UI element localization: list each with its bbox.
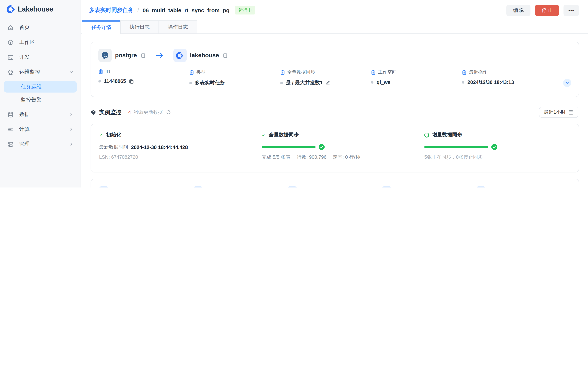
sidebar-item-monitor-alerts[interactable]: 监控告警 <box>4 94 77 106</box>
connection-row: postgre lakehouse <box>98 49 571 62</box>
instance-monitor-header: 实例监控 4 秒后更新数据 最近1小时 <box>91 107 578 118</box>
metric-chip <box>288 186 297 188</box>
progress-bar <box>424 146 488 148</box>
chevron-right-icon <box>69 127 73 131</box>
clipboard-icon <box>280 70 285 75</box>
sidebar-item-label: 工作区 <box>19 39 35 46</box>
bullet-dot <box>98 80 101 83</box>
copy-source-name-icon[interactable] <box>140 52 146 58</box>
edit-concurrency-icon[interactable] <box>326 80 331 86</box>
lakehouse-logo-icon <box>7 5 15 13</box>
sidebar-item-label: 任务运维 <box>21 83 42 90</box>
chevron-right-icon <box>69 142 73 146</box>
sidebar-item-label: 管理 <box>19 141 30 148</box>
refresh-countdown: 4 <box>128 109 131 115</box>
tag-icon <box>91 110 96 115</box>
progress-bar <box>262 146 315 148</box>
sidebar-item-label: 首页 <box>19 24 30 31</box>
field-workspace: 工作空间 ql_ws <box>371 69 462 86</box>
task-info-card: postgre lakehouse <box>91 42 579 97</box>
stage-init: ✓ 初始化 最新数据时间 2024-12-30 18:44:44.428 LSN… <box>99 132 245 165</box>
server-icon <box>7 141 14 147</box>
edit-button[interactable]: 编辑 <box>506 5 531 16</box>
field-type: 类型 多表实时任务 <box>189 69 280 86</box>
metric-failover: Failover次数 0次 查看明细 <box>476 186 571 188</box>
time-range-button[interactable]: 最近1小时 <box>539 107 578 118</box>
tab-task-detail[interactable]: 任务详情 <box>82 21 121 34</box>
stage-title: 全量数据同步 <box>269 132 299 138</box>
bullet-dot <box>462 81 464 84</box>
cube-icon <box>7 39 14 45</box>
sidebar-item-dev[interactable]: 开发 <box>0 50 81 65</box>
metric-avg-write-rate: 增量平均写入速率 15行/秒 0 Byte <box>382 186 476 188</box>
sidebar-item-admin[interactable]: 管理 <box>0 137 81 152</box>
expand-history-button[interactable] <box>563 79 571 87</box>
metric-incr-read: 增量读取数据 1.2万行 <box>99 186 193 188</box>
field-label: 类型 <box>196 69 206 76</box>
tab-exec-log[interactable]: 执行日志 <box>120 21 159 34</box>
task-name: 06_multi_table_rt_sync_from_pg <box>143 7 230 13</box>
field-value: ql_ws <box>377 79 390 85</box>
sidebar-item-compute[interactable]: 计算 <box>0 122 81 137</box>
stop-button[interactable]: 停止 <box>535 5 559 16</box>
sidebar-nav: 首页 工作区 开发 运维监控 任务运维 监控告警 <box>0 18 81 152</box>
sidebar-item-label: 开发 <box>19 54 30 61</box>
chevron-down-icon <box>69 70 73 74</box>
clipboard-icon <box>189 70 194 75</box>
field-label: 全量数据同步 <box>287 69 315 76</box>
field-value: 多表实时任务 <box>195 79 225 86</box>
field-value: 是 / 最大并发数1 <box>286 79 323 86</box>
sidebar-item-home[interactable]: 首页 <box>0 20 81 35</box>
field-label: ID <box>105 69 110 74</box>
postgres-icon <box>100 51 110 60</box>
progress-complete-icon <box>491 144 497 150</box>
bullet-dot <box>280 82 283 84</box>
metric-chip <box>476 186 485 188</box>
sidebar-item-label: 计算 <box>19 126 30 133</box>
latest-data-time-label: 最新数据时间 <box>99 144 128 151</box>
app-window: Lakehouse 首页 工作区 开发 运维监控 任务运维 <box>0 0 588 188</box>
breadcrumb-separator: / <box>137 7 139 13</box>
terminal-icon <box>7 54 14 60</box>
bullet-dot <box>189 82 192 84</box>
main-area: 多表实时同步任务 / 06_multi_table_rt_sync_from_p… <box>81 0 588 188</box>
sidebar-item-task-ops[interactable]: 任务运维 <box>4 81 77 93</box>
metric-chip <box>382 186 391 188</box>
lsn-value: LSN: 6747082720 <box>99 154 245 160</box>
sidebar-item-data[interactable]: 数据 <box>0 107 81 122</box>
tab-op-log[interactable]: 操作日志 <box>158 21 197 34</box>
stage-title: 增量数据同步 <box>432 132 462 138</box>
field-full-sync: 全量数据同步 是 / 最大并发数1 <box>280 69 371 86</box>
more-button[interactable]: ••• <box>564 5 579 16</box>
sync-arrow-icon <box>155 52 164 58</box>
home-icon <box>7 24 14 31</box>
calendar-icon <box>568 110 574 115</box>
refresh-countdown-label: 秒后更新数据 <box>134 109 163 116</box>
compute-icon <box>7 126 14 132</box>
metric-avg-read-rate: 增量平均读取速率 15行/秒 0 Byte <box>288 186 382 188</box>
copy-target-name-icon[interactable] <box>222 52 228 58</box>
stage-full-sync: ✓ 全量数据同步 完成 5/5 张表 行数: 900,796 速率: 0 行/秒 <box>262 132 408 165</box>
page-header: 多表实时同步任务 / 06_multi_table_rt_sync_from_p… <box>81 0 588 21</box>
sidebar-item-workspace[interactable]: 工作区 <box>0 35 81 50</box>
refresh-icon[interactable] <box>166 110 171 115</box>
stage-incremental-sync: 增量数据同步 5张正在同步，0张停止同步 <box>424 132 571 165</box>
app-logo[interactable]: Lakehouse <box>0 0 81 18</box>
sidebar-item-ops-monitor[interactable]: 运维监控 <box>0 65 81 79</box>
incremental-sync-detail: 5张正在同步，0张停止同步 <box>424 154 571 161</box>
field-id: ID 11448065 <box>98 69 189 86</box>
metrics-card: 增量读取数据 1.2万行 增量写入数据 1.2万行 <box>91 179 579 188</box>
task-fields: ID 11448065 类型 <box>98 69 571 86</box>
metric-chip <box>99 186 108 188</box>
breadcrumb-parent-link[interactable]: 多表实时同步任务 <box>89 7 134 14</box>
sidebar-item-label: 监控告警 <box>21 97 42 103</box>
logo-text: Lakehouse <box>18 5 53 13</box>
field-recent-op: 最近操作 2024/12/30 18:43:13 <box>462 69 553 86</box>
copy-id-icon[interactable] <box>129 79 134 84</box>
tab-bar: 任务详情 执行日志 操作日志 <box>81 21 588 34</box>
sidebar-item-label: 运维监控 <box>19 69 40 76</box>
stage-title: 初始化 <box>106 132 121 138</box>
source-chip <box>98 49 112 62</box>
section-title: 实例监控 <box>99 109 121 116</box>
stage-connector-line <box>305 135 408 135</box>
